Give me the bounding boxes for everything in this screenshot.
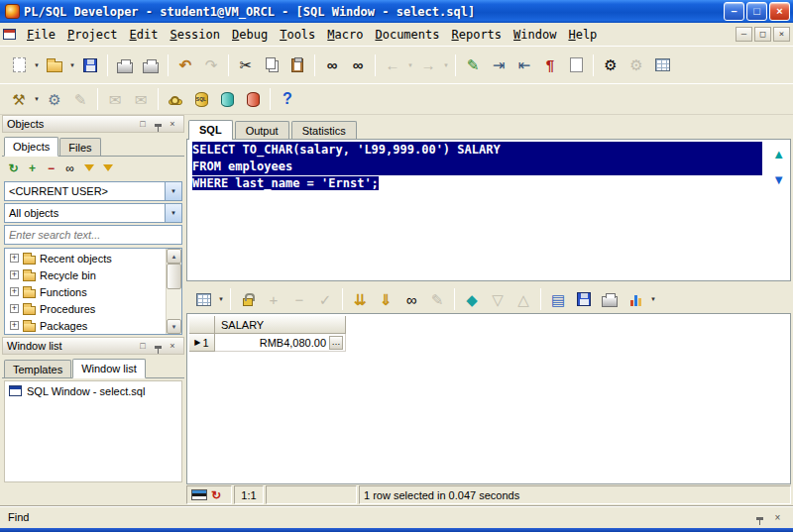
print-results-icon[interactable]: [598, 287, 622, 311]
window-list-close-icon[interactable]: ×: [166, 340, 179, 353]
grid-data-row[interactable]: ▶ 1 RMB4,080.00 …: [189, 334, 346, 352]
remove-object-icon[interactable]: −: [42, 160, 60, 178]
add-object-icon[interactable]: +: [23, 160, 42, 178]
tab-output[interactable]: Output: [235, 121, 289, 139]
grid-mode-icon[interactable]: [191, 287, 215, 311]
child-minimize-button[interactable]: –: [736, 27, 752, 42]
sql-window-icon[interactable]: SQL: [189, 87, 213, 111]
open-dropdown-icon[interactable]: ▼: [67, 53, 77, 77]
back-dropdown-icon[interactable]: ▼: [405, 53, 415, 77]
edit-data-icon[interactable]: ✎: [461, 53, 485, 77]
configure-tools-icon[interactable]: ⚙: [599, 53, 623, 77]
editor-down-icon[interactable]: ▼: [772, 173, 785, 186]
save-icon[interactable]: [78, 53, 102, 77]
help-icon[interactable]: ?: [276, 87, 299, 111]
menu-reports[interactable]: Reports: [445, 26, 508, 44]
sql-editor[interactable]: SELECT TO_CHAR(salary, 'L99,999.00') SAL…: [186, 139, 791, 281]
user-filter-dropdown-icon[interactable]: ▼: [165, 182, 181, 200]
forward-icon[interactable]: →: [416, 53, 440, 77]
new-icon[interactable]: [7, 53, 31, 77]
edit-cell-icon[interactable]: ✎: [425, 287, 449, 311]
indent-icon[interactable]: ⇥: [487, 53, 510, 77]
menu-file[interactable]: File: [21, 26, 61, 44]
new-dropdown-icon[interactable]: ▼: [32, 53, 42, 77]
restore-button[interactable]: □: [746, 2, 767, 21]
undo-icon[interactable]: ↶: [173, 53, 197, 77]
wrench-dropdown-icon[interactable]: ▼: [32, 87, 42, 111]
mail-attach-icon[interactable]: ✉: [129, 87, 153, 111]
objects-close-icon[interactable]: ×: [166, 118, 179, 131]
editor-up-icon[interactable]: ▲: [772, 148, 785, 160]
window-list-item[interactable]: SQL Window - select.sql: [5, 381, 181, 400]
user-filter-select[interactable]: <CURRENT USER> ▼: [4, 181, 182, 201]
window-list-restore-icon[interactable]: □: [136, 340, 150, 353]
minimize-button[interactable]: –: [724, 2, 744, 21]
single-record-icon[interactable]: ▤: [546, 287, 570, 311]
tab-files[interactable]: Files: [59, 138, 100, 156]
sort-icon[interactable]: ◆: [460, 287, 484, 311]
lock-icon[interactable]: [236, 287, 260, 311]
export-icon[interactable]: [572, 287, 596, 311]
unindent-icon[interactable]: ⇤: [512, 53, 536, 77]
forward-dropdown-icon[interactable]: ▼: [441, 53, 451, 77]
window-list-pin-icon[interactable]: [151, 340, 165, 353]
close-button[interactable]: ×: [769, 2, 790, 21]
filter-clear-icon[interactable]: [98, 160, 117, 178]
test-window-icon[interactable]: [215, 87, 239, 111]
menu-edit[interactable]: Edit: [124, 26, 165, 44]
expand-icon[interactable]: +: [10, 321, 19, 330]
delete-row-icon[interactable]: −: [287, 287, 311, 311]
tree-item-recent-objects[interactable]: + Recent objects: [6, 250, 165, 266]
salary-cell[interactable]: RMB4,080.00 …: [215, 334, 346, 352]
connect-icon[interactable]: [164, 87, 187, 111]
grid-column-header-salary[interactable]: SALARY: [215, 316, 346, 334]
move-up-icon[interactable]: △: [511, 287, 535, 311]
row-selector-cell[interactable]: ▶ 1: [189, 334, 215, 352]
find-pin-icon[interactable]: [752, 510, 767, 524]
fetch-next-icon[interactable]: ⇊: [348, 287, 372, 311]
status-refresh-icon[interactable]: ↻: [211, 488, 221, 502]
copy-icon[interactable]: [260, 53, 283, 77]
child-restore-button[interactable]: □: [754, 27, 771, 42]
find-next-icon[interactable]: ∞: [346, 53, 370, 77]
pencil-icon[interactable]: ✎: [68, 87, 92, 111]
find-close-icon[interactable]: ×: [770, 510, 785, 524]
redo-icon[interactable]: ↷: [199, 53, 223, 77]
menu-project[interactable]: Project: [61, 26, 124, 44]
grid-mode-dropdown-icon[interactable]: ▼: [216, 287, 226, 311]
menu-documents[interactable]: Documents: [369, 26, 445, 44]
command-window-icon[interactable]: [241, 87, 265, 111]
expand-icon[interactable]: +: [10, 270, 19, 279]
mail-icon[interactable]: ✉: [103, 87, 127, 111]
menu-tools[interactable]: Tools: [274, 26, 321, 44]
move-down-icon[interactable]: ▽: [486, 287, 510, 311]
expand-icon[interactable]: +: [10, 287, 19, 296]
print-preview-icon[interactable]: [139, 53, 163, 77]
beautifier-icon[interactable]: ¶: [538, 53, 562, 77]
find-object-icon[interactable]: ∞: [60, 160, 79, 178]
open-icon[interactable]: [43, 53, 66, 77]
filter-icon[interactable]: [79, 160, 98, 178]
tree-item-functions[interactable]: + Functions: [6, 283, 165, 300]
child-close-button[interactable]: ×: [773, 27, 790, 42]
expand-icon[interactable]: +: [10, 254, 19, 263]
special-copy-icon[interactable]: [564, 53, 588, 77]
back-icon[interactable]: ←: [381, 53, 404, 77]
tab-sql[interactable]: SQL: [188, 120, 233, 140]
scrollbar-thumb[interactable]: [167, 264, 181, 289]
insert-row-icon[interactable]: +: [262, 287, 285, 311]
post-changes-icon[interactable]: ✓: [313, 287, 337, 311]
fetch-all-icon[interactable]: ⇓: [374, 287, 397, 311]
wrench-icon[interactable]: ⚒: [7, 87, 31, 111]
objects-restore-icon[interactable]: □: [136, 118, 150, 131]
chart-dropdown-icon[interactable]: ▼: [648, 287, 658, 311]
menu-macro[interactable]: Macro: [321, 26, 369, 44]
gear-icon[interactable]: ⚙: [43, 87, 66, 111]
expand-icon[interactable]: +: [10, 304, 19, 313]
tab-statistics[interactable]: Statistics: [291, 121, 357, 139]
object-filter-dropdown-icon[interactable]: ▼: [165, 204, 181, 222]
menu-help[interactable]: Help: [562, 26, 603, 44]
tree-item-recycle-bin[interactable]: + Recycle bin: [6, 266, 165, 283]
chart-icon[interactable]: [623, 287, 647, 311]
menu-session[interactable]: Session: [164, 26, 226, 44]
